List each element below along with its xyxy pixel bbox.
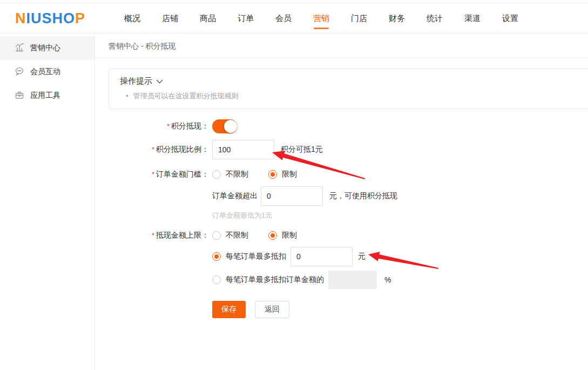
threshold-prefix-text: 订单金额超出: [212, 191, 258, 201]
nav-item-overview[interactable]: 概况: [124, 3, 141, 33]
field-label: *积分抵现：: [95, 122, 212, 131]
sidebar-item-label: 应用工具: [30, 91, 60, 100]
operation-tip-text: •管理员可以在这设置积分抵现规则: [120, 91, 588, 101]
percent-sign: %: [384, 275, 391, 284]
nav-item-shop[interactable]: 店铺: [161, 3, 179, 33]
points-deduction-form: *积分抵现： *积分抵现比例： 积分可抵1元 *订单金额门槛： 不限制 限制: [95, 119, 588, 318]
sidebar-item-member-interaction[interactable]: 会员互动: [0, 60, 94, 84]
required-mark: *: [152, 145, 154, 153]
radio-label[interactable]: 每笔订单最多抵扣: [226, 252, 286, 261]
ratio-suffix-text: 积分可抵1元: [281, 145, 323, 154]
nav-item-marketing[interactable]: 营销: [313, 3, 330, 33]
threshold-limited-radio[interactable]: [268, 170, 277, 179]
radio-label[interactable]: 限制: [282, 170, 297, 179]
main-nav: 概况 店铺 商品 订单 会员 营销 门店 财务 统计 渠道 设置: [124, 3, 519, 33]
save-button[interactable]: 保存: [212, 301, 246, 318]
logo-segment: IUSHO: [26, 10, 76, 26]
threshold-hint-text: 订单金额最低为1元: [212, 211, 272, 220]
cap-percent-radio[interactable]: [212, 275, 221, 284]
nav-item-settings[interactable]: 设置: [502, 3, 519, 33]
cap-fixed-amount-row: 每笔订单最多抵扣 元: [95, 247, 588, 266]
threshold-hint-row: 订单金额最低为1元: [95, 211, 588, 220]
cap-unlimited-radio[interactable]: [212, 231, 221, 240]
back-button[interactable]: 返回: [255, 301, 289, 318]
required-mark: *: [152, 170, 154, 178]
operation-tip-header[interactable]: 操作提示: [120, 76, 588, 86]
field-label: *抵现金额上限：: [95, 231, 212, 240]
nav-item-stores[interactable]: 门店: [350, 3, 368, 33]
nav-item-members[interactable]: 会员: [275, 3, 292, 33]
sidebar-item-app-tools[interactable]: 应用工具: [0, 84, 94, 107]
deduction-cap-row: *抵现金额上限： 不限制 限制: [95, 231, 588, 240]
threshold-amount-input[interactable]: [261, 186, 323, 206]
toggle-knob: [224, 120, 237, 133]
cap-fixed-suffix-text: 元: [358, 252, 366, 261]
cap-percent-input: [328, 271, 377, 289]
threshold-amount-row: 订单金额超出 元，可使用积分抵现: [95, 186, 588, 206]
top-header: NIUSHOP 概况 店铺 商品 订单 会员 营销 门店 财务 统计 渠道 设置: [0, 3, 588, 33]
radio-label[interactable]: 每笔订单最多抵扣订单金额的: [226, 275, 324, 285]
sidebar: 营销中心 会员互动 应用工具: [0, 34, 95, 370]
briefcase-icon: [15, 90, 24, 102]
sidebar-item-label: 会员互动: [30, 67, 60, 77]
threshold-unlimited-radio[interactable]: [212, 170, 221, 179]
field-label: *积分抵现比例：: [95, 145, 212, 154]
bullet: •: [126, 92, 129, 100]
radio-label[interactable]: 不限制: [226, 231, 248, 240]
action-buttons-row: 保存 返回: [95, 301, 588, 318]
nav-item-statistics[interactable]: 统计: [426, 3, 443, 33]
cap-limited-radio[interactable]: [268, 231, 277, 240]
operation-tip-title: 操作提示: [120, 76, 152, 86]
niushop-logo[interactable]: NIUSHOP: [15, 10, 85, 27]
main-content: 营销中心 - 积分抵现 操作提示 •管理员可以在这设置积分抵现规则 *积分抵现：: [95, 34, 588, 370]
nav-item-goods[interactable]: 商品: [199, 3, 217, 33]
breadcrumb: 营销中心 - 积分抵现: [95, 34, 588, 58]
cap-percent-row: 每笔订单最多抵扣订单金额的 %: [95, 271, 588, 289]
bar-chart-icon: [15, 43, 24, 54]
logo-segment: N: [15, 10, 26, 26]
logo-segment: P: [75, 10, 85, 26]
nav-item-channels[interactable]: 渠道: [464, 3, 481, 33]
nav-item-orders[interactable]: 订单: [237, 3, 254, 33]
chevron-down-icon: [156, 77, 163, 86]
deduction-ratio-input[interactable]: [212, 140, 274, 159]
radio-label[interactable]: 不限制: [226, 170, 248, 179]
deduction-ratio-row: *积分抵现比例： 积分可抵1元: [95, 140, 588, 159]
points-deduction-row: *积分抵现：: [95, 119, 588, 133]
sidebar-item-label: 营销中心: [30, 43, 60, 53]
operation-tip-panel: 操作提示 •管理员可以在这设置积分抵现规则: [109, 69, 588, 109]
field-label: *订单金额门槛：: [95, 170, 212, 179]
sidebar-item-marketing-center[interactable]: 营销中心: [0, 36, 94, 60]
chat-bubble-icon: [15, 66, 24, 78]
order-threshold-row: *订单金额门槛： 不限制 限制: [95, 170, 588, 179]
points-deduction-toggle[interactable]: [212, 119, 237, 133]
threshold-suffix-text: 元，可使用积分抵现: [329, 191, 397, 201]
cap-fixed-amount-input[interactable]: [290, 247, 353, 266]
radio-label[interactable]: 限制: [282, 231, 297, 240]
required-mark: *: [152, 231, 154, 239]
nav-item-finance[interactable]: 财务: [388, 3, 405, 33]
cap-fixed-amount-radio[interactable]: [212, 252, 221, 261]
required-mark: *: [167, 122, 170, 130]
